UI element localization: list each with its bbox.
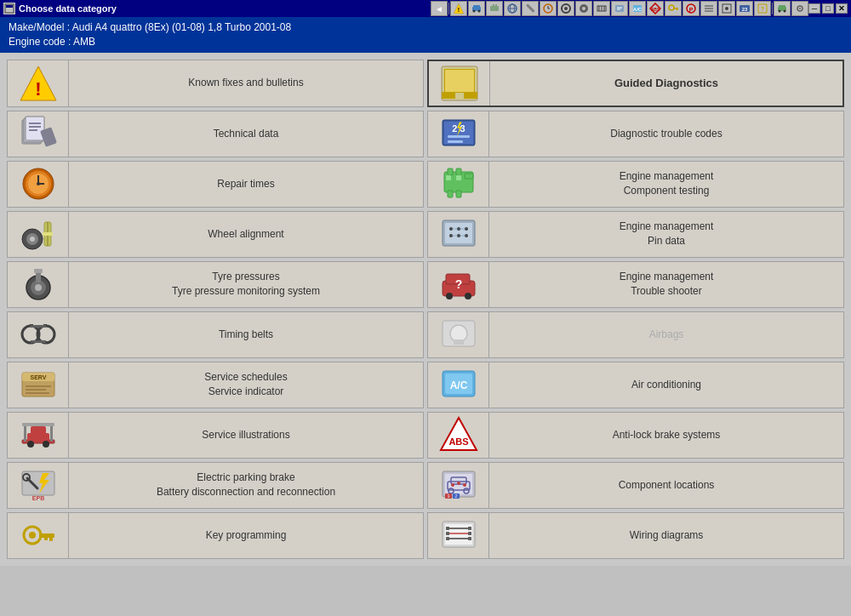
svg-point-105: [35, 284, 42, 291]
anti-lock-item[interactable]: ABS Anti-lock brake systems: [427, 412, 844, 459]
engine-component-label: Engine managementComponent testing: [489, 162, 843, 207]
engine-code-label: Engine code: [9, 36, 66, 48]
svg-rect-26: [615, 5, 624, 12]
tb-ac[interactable]: A/C: [629, 1, 646, 16]
service-illustrations-icon: [8, 413, 69, 458]
key-programming-item[interactable]: Key programming: [7, 512, 424, 559]
tyre-pressures-item[interactable]: Tyre pressuresTyre pressure monitoring s…: [7, 261, 424, 308]
tb-timing[interactable]: [593, 1, 610, 16]
engine-component-item[interactable]: Engine managementComponent testing: [427, 161, 844, 208]
engine-pin-item[interactable]: Engine managementPin data: [427, 211, 844, 258]
engine-trouble-item[interactable]: ? Engine managementTrouble shooter: [427, 261, 844, 308]
tb-warn[interactable]: !: [450, 1, 467, 16]
close-button[interactable]: ✕: [836, 3, 848, 14]
svg-rect-48: [779, 5, 785, 8]
airbags-label: Airbags: [489, 312, 843, 357]
component-locations-item[interactable]: 3 2 Component locations: [427, 462, 844, 509]
svg-rect-9: [493, 4, 494, 7]
engine-trouble-icon: ?: [428, 262, 489, 307]
tb-globe[interactable]: [504, 1, 521, 16]
svg-point-7: [478, 10, 481, 13]
tb-service[interactable]: [611, 1, 628, 16]
air-conditioning-icon: A/C: [428, 362, 489, 408]
svg-rect-35: [677, 8, 678, 10]
engine-pin-icon: [428, 212, 489, 257]
vehicle-info: Make/Model : Audi A4 quattro (8Ex) (01-0…: [0, 17, 851, 53]
tb-abs[interactable]: ABS: [647, 1, 664, 16]
key-programming-label: Key programming: [69, 513, 423, 558]
guided-diagnostics-item[interactable]: Guided Diagnostics: [427, 60, 844, 107]
engine-component-icon: [428, 162, 489, 207]
known-fixes-item[interactable]: ! Known fixes and bulletins: [7, 60, 424, 107]
svg-rect-138: [24, 425, 26, 442]
key-programming-icon: [8, 513, 69, 558]
svg-text:EPB: EPB: [31, 495, 43, 501]
technical-data-item[interactable]: Technical data: [7, 111, 424, 157]
svg-rect-10: [495, 4, 497, 7]
repair-times-item[interactable]: Repair times: [7, 161, 424, 208]
tb-dtc[interactable]: 23: [736, 1, 753, 16]
svg-text:A/C: A/C: [449, 379, 467, 391]
tb-tyre[interactable]: [575, 1, 592, 16]
svg-text:!: !: [35, 78, 41, 100]
svg-rect-62: [26, 117, 44, 140]
tb-car[interactable]: [468, 1, 485, 16]
tb-wiring[interactable]: [700, 1, 717, 16]
tb-car2[interactable]: [774, 1, 791, 16]
svg-rect-119: [31, 325, 46, 328]
timing-belts-label: Timing belts: [69, 312, 423, 357]
svg-rect-176: [468, 532, 471, 535]
svg-rect-81: [456, 168, 461, 175]
window-icon: [3, 3, 15, 14]
toolbar-back[interactable]: ◄: [431, 1, 448, 16]
tb-comp[interactable]: [718, 1, 735, 16]
svg-point-78: [37, 182, 40, 185]
svg-point-155: [457, 482, 460, 485]
wiring-diagrams-icon: [428, 513, 489, 558]
electric-parking-item[interactable]: EPB Electric parking brakeBattery discon…: [7, 462, 424, 509]
service-schedules-label: Service schedulesService indicator: [69, 362, 423, 408]
tb-wheel[interactable]: [557, 1, 574, 16]
diagnostic-codes-icon: 2 3: [428, 111, 489, 157]
svg-text:P: P: [689, 7, 694, 13]
svg-rect-85: [446, 175, 451, 180]
airbags-item[interactable]: Airbags: [427, 311, 844, 358]
air-conditioning-label: Air conditioning: [489, 362, 843, 408]
service-illustrations-item[interactable]: Service illustrations: [7, 412, 424, 459]
svg-rect-94: [445, 223, 472, 243]
make-model-value: : Audi A4 quattro (8Ex) (01-08) 1,8 Turb…: [67, 21, 292, 33]
wiring-diagrams-label: Wiring diagrams: [489, 513, 843, 558]
svg-rect-92: [43, 232, 53, 236]
tb-wrench[interactable]: [522, 1, 539, 16]
wiring-diagrams-item[interactable]: Wiring diagrams: [427, 512, 844, 559]
tb-epb[interactable]: P: [683, 1, 700, 16]
tb-engine[interactable]: [486, 1, 503, 16]
tb-clock[interactable]: [540, 1, 557, 16]
minimize-button[interactable]: ─: [808, 3, 820, 14]
tb-settings[interactable]: [791, 1, 808, 16]
svg-rect-57: [445, 70, 474, 92]
repair-times-icon: [8, 162, 69, 207]
svg-point-19: [564, 7, 568, 10]
svg-point-111: [465, 293, 471, 299]
electric-parking-label: Electric parking brakeBattery disconnect…: [69, 463, 423, 508]
known-fixes-label: Known fixes and bulletins: [69, 60, 423, 106]
svg-point-50: [784, 10, 786, 13]
maximize-button[interactable]: □: [822, 3, 834, 14]
svg-point-157: [463, 483, 466, 487]
svg-rect-86: [456, 175, 461, 180]
svg-rect-139: [50, 425, 53, 442]
timing-belts-item[interactable]: Timing belts: [7, 311, 424, 358]
engine-pin-label: Engine managementPin data: [489, 212, 843, 257]
known-fixes-icon: !: [8, 60, 69, 106]
service-schedules-item[interactable]: SERV Service schedulesService indicator: [7, 362, 424, 408]
wheel-alignment-item[interactable]: Wheel alignment: [7, 211, 424, 258]
diagnostic-codes-item[interactable]: 2 3 Diagnostic trouble codes: [427, 111, 844, 157]
tb-key[interactable]: [665, 1, 682, 16]
svg-rect-70: [448, 135, 470, 138]
tb-guided[interactable]: ?: [754, 1, 771, 16]
air-conditioning-item[interactable]: A/C Air conditioning: [427, 362, 844, 408]
svg-point-42: [725, 7, 728, 10]
wheel-alignment-label: Wheel alignment: [69, 212, 423, 257]
svg-rect-59: [464, 92, 477, 99]
